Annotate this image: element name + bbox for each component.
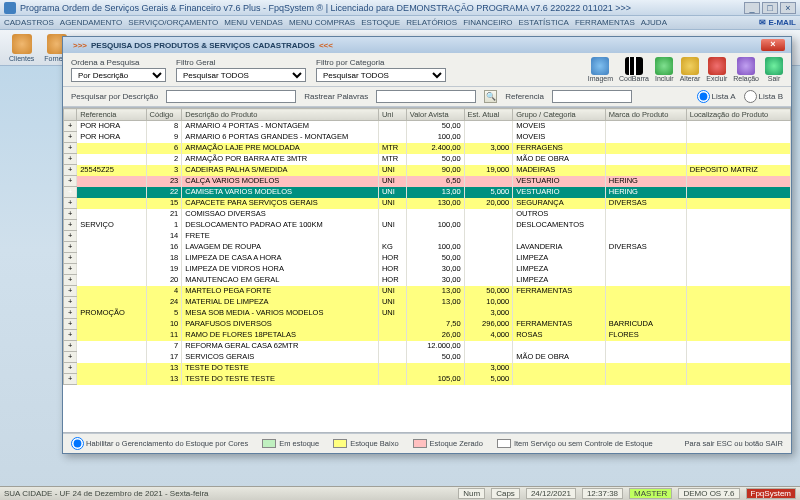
cell-ref bbox=[77, 341, 146, 352]
expand-icon[interactable]: + bbox=[64, 198, 77, 209]
table-row[interactable]: +POR HORA8ARMARIO 4 PORTAS - MONTAGEM50,… bbox=[64, 121, 791, 132]
rastrear-palavras-input[interactable] bbox=[376, 90, 476, 103]
table-row[interactable]: +17SERVICOS GERAIS50,00MÃO DE OBRA bbox=[64, 352, 791, 363]
cell-va: 90,00 bbox=[406, 165, 464, 176]
table-row[interactable]: +15CAPACETE PARA SERVIÇOS GERAISUNI130,0… bbox=[64, 198, 791, 209]
expand-icon[interactable]: + bbox=[64, 231, 77, 242]
column-header[interactable]: Localização do Produto bbox=[686, 109, 790, 121]
cell-loc bbox=[686, 220, 790, 231]
table-row[interactable]: +16LAVAGEM DE ROUPAKG100,00LAVANDERIADIV… bbox=[64, 242, 791, 253]
column-header[interactable]: Est. Atual bbox=[464, 109, 513, 121]
menu-ferramentas[interactable]: FERRAMENTAS bbox=[575, 18, 635, 27]
column-header[interactable] bbox=[64, 109, 77, 121]
table-row[interactable]: +20MANUTENCAO EM GERALHOR30,00LIMPEZA bbox=[64, 275, 791, 286]
search-icon[interactable]: 🔍 bbox=[484, 90, 497, 103]
referencia-input[interactable] bbox=[552, 90, 632, 103]
table-row[interactable]: +PROMOÇÃO5MESA SOB MEDIA - VARIOS MODELO… bbox=[64, 308, 791, 319]
status-fpq: FpqSystem bbox=[746, 488, 796, 499]
menu-estoque[interactable]: ESTOQUE bbox=[361, 18, 400, 27]
expand-icon[interactable]: + bbox=[64, 176, 77, 187]
column-header[interactable]: Descrição do Produto bbox=[182, 109, 379, 121]
expand-icon[interactable]: + bbox=[64, 242, 77, 253]
column-header[interactable]: Uni bbox=[378, 109, 406, 121]
menu-relatórios[interactable]: RELATÓRIOS bbox=[406, 18, 457, 27]
expand-icon[interactable]: + bbox=[64, 143, 77, 154]
table-row[interactable]: +11RAMO DE FLORES 18PETALAS26,004,000ROS… bbox=[64, 330, 791, 341]
table-row[interactable]: +13TESTE DO TESTE3,000 bbox=[64, 363, 791, 374]
clientes-button[interactable]: Clientes bbox=[6, 33, 37, 63]
column-header[interactable]: Valor Avista bbox=[406, 109, 464, 121]
codbarra-button[interactable]: CodBarra bbox=[619, 57, 649, 82]
menu-menu vendas[interactable]: MENU VENDAS bbox=[224, 18, 283, 27]
filtro-geral-select[interactable]: Pesquisar TODOS bbox=[176, 68, 306, 82]
excluir-button[interactable]: Excluir bbox=[706, 57, 727, 82]
table-row[interactable]: +23CALÇA VARIOS MODELOSUNI6,50VESTUARIOH… bbox=[64, 176, 791, 187]
menu-serviço/orçamento[interactable]: SERVIÇO/ORÇAMENTO bbox=[128, 18, 218, 27]
lista-b-radio[interactable]: Lista B bbox=[744, 90, 783, 103]
expand-icon[interactable]: + bbox=[64, 253, 77, 264]
expand-icon[interactable]: + bbox=[64, 209, 77, 220]
lista-a-radio[interactable]: Lista A bbox=[697, 90, 736, 103]
expand-icon[interactable]: + bbox=[64, 275, 77, 286]
expand-icon[interactable]: + bbox=[64, 132, 77, 143]
table-row[interactable]: +4MARTELO PEGA FORTEUNI13,0050,000FERRAM… bbox=[64, 286, 791, 297]
alterar-button[interactable]: Alterar bbox=[680, 57, 701, 82]
column-header[interactable]: Marca do Produto bbox=[605, 109, 686, 121]
table-row[interactable]: +6ARMAÇÃO LAJE PRE MOLDADAMTR2.400,003,0… bbox=[64, 143, 791, 154]
expand-icon[interactable]: + bbox=[64, 154, 77, 165]
expand-icon[interactable]: + bbox=[64, 297, 77, 308]
table-row[interactable]: +25545Z253CADEIRAS PALHA S/MEDIDAUNI90,0… bbox=[64, 165, 791, 176]
menu-estatística[interactable]: ESTATÍSTICA bbox=[519, 18, 569, 27]
menu-financeiro[interactable]: FINANCEIRO bbox=[463, 18, 512, 27]
relacao-button[interactable]: Relação bbox=[733, 57, 759, 82]
cell-ref bbox=[77, 154, 146, 165]
table-row[interactable]: +2ARMAÇÃO POR BARRA ATE 3MTRMTR50,00MÃO … bbox=[64, 154, 791, 165]
table-row[interactable]: +7REFORMA GERAL CASA 62MTR12.000,00 bbox=[64, 341, 791, 352]
expand-icon[interactable]: + bbox=[64, 363, 77, 374]
table-row[interactable]: +22CAMISETA VARIOS MODELOSUNI13,005,000V… bbox=[64, 187, 791, 198]
expand-icon[interactable]: + bbox=[64, 308, 77, 319]
cell-grp: VESTUARIO bbox=[513, 187, 606, 198]
menu-agendamento[interactable]: AGENDAMENTO bbox=[60, 18, 123, 27]
expand-icon[interactable]: + bbox=[64, 121, 77, 132]
expand-icon[interactable]: + bbox=[64, 264, 77, 275]
table-row[interactable]: +10PARAFUSOS DIVERSOS7,50296,000FERRAMEN… bbox=[64, 319, 791, 330]
expand-icon[interactable]: + bbox=[64, 286, 77, 297]
maximize-button[interactable]: □ bbox=[762, 2, 778, 14]
products-grid[interactable]: ReferenciaCódigoDescrição do ProdutoUniV… bbox=[63, 107, 791, 433]
incluir-button[interactable]: Incluir bbox=[655, 57, 674, 82]
expand-icon[interactable]: + bbox=[64, 352, 77, 363]
minimize-button[interactable]: _ bbox=[744, 2, 760, 14]
cell-loc bbox=[686, 374, 790, 385]
expand-icon[interactable]: + bbox=[64, 330, 77, 341]
table-row[interactable]: +18LIMPEZA DE CASA A HORAHOR50,00LIMPEZA bbox=[64, 253, 791, 264]
imagem-button[interactable]: Imagem bbox=[588, 57, 613, 82]
expand-icon[interactable]: + bbox=[64, 187, 77, 198]
expand-icon[interactable]: + bbox=[64, 165, 77, 176]
expand-icon[interactable]: + bbox=[64, 319, 77, 330]
column-header[interactable]: Código bbox=[146, 109, 182, 121]
table-row[interactable]: +SERVIÇO1DESLOCAMENTO PADRAO ATE 100KMUN… bbox=[64, 220, 791, 231]
sair-button[interactable]: Sair bbox=[765, 57, 783, 82]
table-row[interactable]: +19LIMPEZA DE VIDROS HORAHOR30,00LIMPEZA bbox=[64, 264, 791, 275]
email-button[interactable]: ✉ E-MAIL bbox=[759, 18, 796, 27]
pesquisar-descricao-input[interactable] bbox=[166, 90, 296, 103]
table-row[interactable]: +POR HORA9ARMARIO 6 PORTAS GRANDES - MON… bbox=[64, 132, 791, 143]
menu-ajuda[interactable]: AJUDA bbox=[641, 18, 667, 27]
table-row[interactable]: +24MATERIAL DE LIMPEZAUNI13,0010,000 bbox=[64, 297, 791, 308]
habilitar-cores-radio[interactable]: Habilitar o Gerenciamento do Estoque por… bbox=[71, 437, 248, 450]
close-button[interactable]: × bbox=[780, 2, 796, 14]
table-row[interactable]: +21COMISSAO DIVERSASOUTROS bbox=[64, 209, 791, 220]
expand-icon[interactable]: + bbox=[64, 220, 77, 231]
expand-icon[interactable]: + bbox=[64, 374, 77, 385]
menu-menu compras[interactable]: MENU COMPRAS bbox=[289, 18, 355, 27]
modal-close-button[interactable]: × bbox=[761, 39, 785, 51]
menu-cadastros[interactable]: CADASTROS bbox=[4, 18, 54, 27]
column-header[interactable]: Grupo / Categoria bbox=[513, 109, 606, 121]
table-row[interactable]: +14FRETE bbox=[64, 231, 791, 242]
column-header[interactable]: Referencia bbox=[77, 109, 146, 121]
expand-icon[interactable]: + bbox=[64, 341, 77, 352]
ordena-select[interactable]: Por Descrição bbox=[71, 68, 166, 82]
table-row[interactable]: +13TESTE DO TESTE TESTE105,005,000 bbox=[64, 374, 791, 385]
filtro-categoria-select[interactable]: Pesquisar TODOS bbox=[316, 68, 446, 82]
